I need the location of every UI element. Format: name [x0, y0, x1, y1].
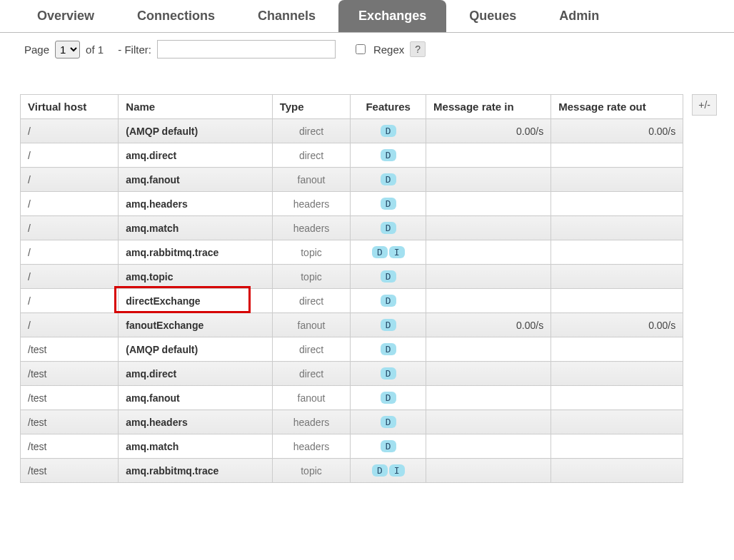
cell-rate-out	[551, 265, 683, 289]
cell-type: headers	[272, 216, 351, 240]
cell-rate-out	[551, 410, 683, 434]
cell-rate-out	[551, 143, 683, 168]
cell-rate-out: 0.00/s	[551, 313, 683, 337]
cell-type: direct	[272, 337, 351, 362]
cell-type: headers	[272, 192, 351, 216]
cell-rate-in	[426, 386, 551, 410]
cell-type: fanout	[272, 168, 351, 192]
cell-name: amq.headers	[119, 410, 272, 434]
exchange-link[interactable]: amq.fanout	[126, 392, 179, 404]
feature-badge-D: D	[381, 149, 396, 161]
cell-features: D	[351, 313, 426, 337]
cell-name: directExchange	[119, 289, 272, 313]
feature-badge-I: I	[389, 246, 405, 258]
cell-type: direct	[272, 289, 351, 313]
col-vhost[interactable]: Virtual host	[21, 95, 119, 119]
cell-name: amq.rabbitmq.trace	[119, 240, 272, 265]
cell-features: DI	[351, 240, 426, 265]
cell-vhost: /test	[21, 386, 119, 410]
cell-type: direct	[272, 119, 351, 143]
cell-name: amq.fanout	[119, 168, 272, 192]
cell-rate-out	[551, 192, 683, 216]
feature-badge-D: D	[381, 319, 396, 331]
cell-vhost: /	[21, 265, 119, 289]
filter-input[interactable]	[157, 40, 336, 58]
cell-vhost: /	[21, 216, 119, 240]
cell-name: amq.rabbitmq.trace	[119, 459, 272, 483]
tab-exchanges[interactable]: Exchanges	[338, 0, 446, 32]
col-name[interactable]: Name	[119, 95, 272, 119]
cell-name: amq.direct	[119, 143, 272, 168]
feature-badge-D: D	[381, 343, 396, 355]
cell-vhost: /test	[21, 434, 119, 459]
exchange-link[interactable]: amq.headers	[126, 417, 187, 428]
filter-bar: Page 1 of 1 - Filter: Regex ?	[0, 33, 734, 58]
exchange-link[interactable]: fanoutExchange	[126, 320, 203, 331]
cell-vhost: /test	[21, 362, 119, 386]
exchange-link[interactable]: (AMQP default)	[126, 126, 198, 137]
exchange-link[interactable]: amq.direct	[126, 368, 176, 380]
exchange-link[interactable]: amq.topic	[126, 271, 173, 282]
regex-checkbox[interactable]	[356, 44, 366, 54]
cell-vhost: /	[21, 143, 119, 168]
tab-channels[interactable]: Channels	[238, 0, 336, 32]
cell-name: (AMQP default)	[119, 337, 272, 362]
cell-features: D	[351, 289, 426, 313]
cell-rate-out	[551, 289, 683, 313]
cell-vhost: /test	[21, 410, 119, 434]
tab-overview[interactable]: Overview	[17, 0, 114, 32]
feature-badge-D: D	[381, 222, 396, 234]
cell-rate-out	[551, 240, 683, 265]
exchange-link[interactable]: amq.match	[126, 223, 179, 234]
col-type[interactable]: Type	[272, 95, 351, 119]
col-rate-out[interactable]: Message rate out	[551, 95, 683, 119]
cell-name: amq.fanout	[119, 386, 272, 410]
tab-connections[interactable]: Connections	[117, 0, 235, 32]
exchange-link[interactable]: amq.match	[126, 441, 179, 452]
cell-type: fanout	[272, 386, 351, 410]
col-rate-in[interactable]: Message rate in	[426, 95, 551, 119]
tab-admin[interactable]: Admin	[539, 0, 619, 32]
exchange-link[interactable]: (AMQP default)	[126, 344, 198, 355]
table-row: /amq.matchheadersD	[21, 216, 683, 240]
cell-vhost: /	[21, 313, 119, 337]
exchange-link[interactable]: amq.direct	[126, 150, 176, 161]
table-row: /fanoutExchangefanoutD0.00/s0.00/s	[21, 313, 683, 337]
cell-vhost: /test	[21, 337, 119, 362]
cell-vhost: /test	[21, 459, 119, 483]
cell-rate-out	[551, 362, 683, 386]
cell-name: amq.match	[119, 216, 272, 240]
tab-queues[interactable]: Queues	[449, 0, 536, 32]
feature-badge-D: D	[381, 416, 396, 428]
cell-type: topic	[272, 459, 351, 483]
feature-badge-D: D	[381, 125, 396, 137]
cell-rate-out	[551, 168, 683, 192]
cell-type: headers	[272, 434, 351, 459]
page-label: Page	[24, 44, 49, 56]
table-row: /amq.fanoutfanoutD	[21, 168, 683, 192]
regex-help-icon[interactable]: ?	[410, 41, 426, 57]
cell-features: D	[351, 216, 426, 240]
cell-rate-out	[551, 216, 683, 240]
regex-label: Regex	[373, 44, 404, 56]
filter-label: - Filter:	[118, 44, 151, 56]
col-features[interactable]: Features	[351, 95, 426, 119]
exchange-link[interactable]: amq.headers	[126, 198, 187, 210]
add-remove-columns-button[interactable]: +/-	[692, 94, 717, 116]
cell-type: fanout	[272, 313, 351, 337]
feature-badge-D: D	[381, 198, 396, 210]
table-row: /testamq.matchheadersD	[21, 434, 683, 459]
cell-name: (AMQP default)	[119, 119, 272, 143]
cell-features: D	[351, 265, 426, 289]
cell-rate-in	[426, 265, 551, 289]
table-row: /amq.directdirectD	[21, 143, 683, 168]
exchange-link[interactable]: amq.fanout	[126, 174, 179, 185]
exchange-link[interactable]: directExchange	[126, 295, 200, 307]
page-select[interactable]: 1	[55, 41, 80, 58]
feature-badge-D: D	[381, 270, 396, 282]
cell-rate-in	[426, 216, 551, 240]
exchange-link[interactable]: amq.rabbitmq.trace	[126, 247, 218, 258]
cell-features: D	[351, 386, 426, 410]
table-row: /(AMQP default)directD0.00/s0.00/s	[21, 119, 683, 143]
exchange-link[interactable]: amq.rabbitmq.trace	[126, 465, 218, 477]
